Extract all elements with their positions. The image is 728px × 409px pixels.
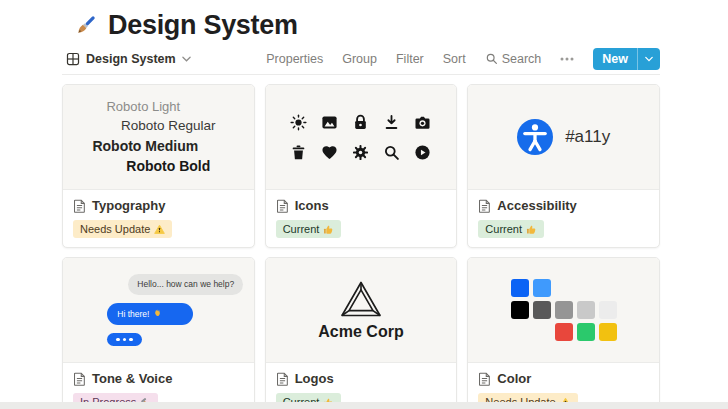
card-title: Logos [295, 371, 334, 386]
group-button[interactable]: Group [340, 50, 379, 68]
gear-icon [352, 144, 369, 161]
color-swatch [577, 323, 595, 341]
warning-icon [154, 224, 165, 235]
type-sample-regular: Roboto Regular [121, 119, 216, 134]
page-icon [478, 199, 491, 213]
sun-icon [290, 114, 307, 131]
logos-cover: Acme Corp [266, 258, 457, 363]
search-icon [485, 52, 498, 65]
status-badge: Current [276, 220, 342, 238]
status-label: Current [485, 222, 522, 236]
card-footer: Icons Current [266, 190, 457, 247]
card-footer: Accessibility Current [468, 190, 659, 247]
type-sample-light: Roboto Light [106, 100, 180, 114]
color-swatch-grid [511, 279, 617, 341]
chat-bubble-typing [107, 333, 142, 347]
color-swatch [533, 301, 551, 319]
card-icons[interactable]: Icons Current [265, 84, 458, 248]
accessibility-cover: #a11y [468, 85, 659, 190]
filter-button[interactable]: Filter [394, 50, 426, 68]
color-swatch-empty [555, 279, 573, 297]
properties-button[interactable]: Properties [264, 50, 325, 68]
page-icon [73, 199, 86, 213]
card-title: Typography [92, 198, 165, 213]
logo-company-name: Acme Corp [318, 323, 403, 341]
tone-voice-cover: Hello... how can we help? Hi there! [63, 258, 254, 363]
card-title: Color [497, 371, 531, 386]
card-footer: Typography Needs Update [63, 190, 254, 247]
search-icon [383, 144, 400, 161]
thumbs-up-icon [323, 224, 334, 235]
color-swatch [511, 279, 529, 297]
color-cover [468, 258, 659, 363]
page-icon [478, 372, 491, 386]
chat-reply-text: Hi there! [117, 309, 149, 319]
chevron-down-icon [182, 56, 191, 62]
color-swatch-empty [599, 279, 617, 297]
view-selector-label: Design System [86, 52, 176, 66]
view-selector[interactable]: Design System [62, 50, 195, 68]
color-swatch-empty [577, 279, 595, 297]
a11y-tag: #a11y [565, 127, 610, 147]
card-title: Icons [295, 198, 329, 213]
status-badge: Current [478, 220, 544, 238]
gallery-grid: Roboto Light Roboto Regular Roboto Mediu… [62, 84, 660, 409]
heart-icon [321, 144, 338, 161]
color-swatch [511, 301, 529, 319]
card-accessibility[interactable]: #a11y Accessibility Current [467, 84, 660, 248]
typography-cover: Roboto Light Roboto Regular Roboto Mediu… [63, 85, 254, 190]
more-options-button[interactable] [558, 55, 576, 63]
sort-button[interactable]: Sort [441, 50, 468, 68]
status-badge: Needs Update [73, 220, 172, 238]
camera-icon [414, 114, 431, 131]
search-label: Search [502, 52, 542, 66]
type-sample-medium: Roboto Medium [92, 139, 198, 154]
status-label: Needs Update [80, 222, 150, 236]
new-button[interactable]: New [593, 48, 637, 70]
download-icon [383, 114, 400, 131]
type-sample-bold: Roboto Bold [126, 159, 210, 174]
page-title: Design System [108, 10, 298, 41]
page-header: Design System [62, 0, 660, 45]
color-swatch [555, 323, 573, 341]
chat-bubble-reply: Hi there! [107, 303, 193, 325]
icons-cover [266, 85, 457, 190]
gallery-view-icon [66, 52, 80, 66]
paintbrush-icon [72, 12, 99, 39]
card-color[interactable]: Color Needs Update [467, 257, 660, 409]
color-swatch [577, 301, 595, 319]
chevron-down-icon [645, 56, 653, 62]
accessibility-icon [517, 119, 553, 155]
card-title: Tone & Voice [92, 371, 172, 386]
chat-bubble-incoming: Hello... how can we help? [128, 274, 243, 294]
page-icon [276, 199, 289, 213]
card-typography[interactable]: Roboto Light Roboto Regular Roboto Mediu… [62, 84, 255, 248]
play-icon [414, 144, 431, 161]
ellipsis-icon [560, 57, 574, 61]
new-button-group: New [593, 48, 660, 70]
trash-icon [290, 144, 307, 161]
card-title: Accessibility [497, 198, 577, 213]
color-swatch-empty [511, 323, 529, 341]
card-tone-voice[interactable]: Hello... how can we help? Hi there! [62, 257, 255, 409]
toolbar: Design System Properties Group Filter So… [62, 49, 660, 75]
card-logos[interactable]: Acme Corp Logos Current [265, 257, 458, 409]
waving-hand-icon [153, 309, 162, 318]
status-label: Current [283, 222, 320, 236]
color-swatch [555, 301, 573, 319]
window-bottom-edge [0, 402, 728, 409]
lock-icon [352, 114, 369, 131]
color-swatch [533, 279, 551, 297]
thumbs-up-icon [526, 224, 537, 235]
page-icon [276, 372, 289, 386]
color-swatch [599, 301, 617, 319]
search-button[interactable]: Search [483, 50, 544, 68]
color-swatch [599, 323, 617, 341]
color-swatch-empty [533, 323, 551, 341]
toolbar-actions: Properties Group Filter Sort Search New [264, 48, 660, 70]
page-icon [73, 372, 86, 386]
new-button-caret[interactable] [637, 48, 660, 70]
acme-triangle-logo [339, 280, 383, 318]
design-system-page: Design System Design System Properties G… [0, 0, 728, 409]
image-icon [321, 114, 338, 131]
